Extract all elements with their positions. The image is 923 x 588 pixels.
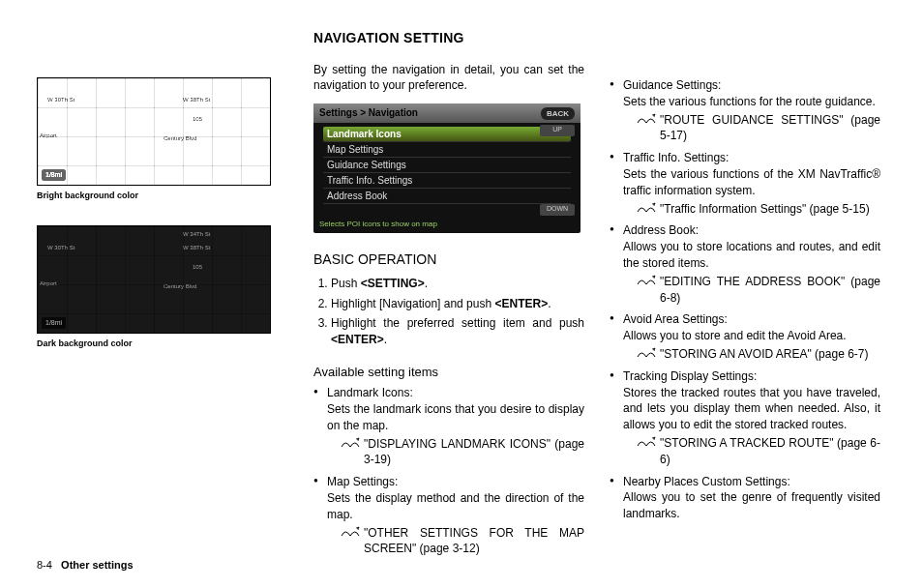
street-label: Airport [40, 132, 57, 139]
reference-text: "OTHER SETTINGS FOR THE MAP SCREEN" (pag… [364, 525, 584, 558]
reference-icon [637, 435, 656, 449]
reference-text: "STORING AN AVOID AREA" (page 6-7) [660, 346, 880, 363]
map-scale: 1/8mi [42, 169, 66, 181]
street-label: W 30Th St [47, 244, 74, 251]
reference-text: "DISPLAYING LANDMARK ICONS" (page 3-19) [364, 436, 584, 469]
street-label: W 34Th St [183, 230, 210, 238]
reference-icon [341, 526, 360, 538]
reference-icon [341, 525, 360, 539]
item-name: Map Settings: [327, 474, 584, 490]
setting-item: Address Book:Allows you to store locatio… [610, 222, 880, 306]
footer-section: Other settings [61, 559, 134, 571]
street-label: Airport [40, 279, 57, 287]
item-reference: "Traffic Information Settings" (page 5-1… [623, 201, 880, 218]
item-name: Landmark Icons: [327, 385, 584, 401]
item-name: Avoid Area Settings: [623, 311, 880, 328]
setting-item: Landmark Icons:Sets the landmark icons t… [313, 385, 584, 468]
item-reference: "ROUTE GUIDANCE SETTINGS" (page 5-17) [623, 112, 880, 145]
map-scale: 1/8mi [42, 317, 66, 329]
map-bright-figure: W 30Th St W 38Th St Airport Century Blvd… [37, 77, 271, 186]
street-label: Century Blvd [164, 282, 196, 290]
setting-item: Traffic Info. Settings:Sets the various … [610, 150, 880, 217]
step: Highlight the preferred setting item and… [331, 315, 584, 348]
screenshot-title: Settings > Navigation [319, 106, 418, 120]
item-name: Nearby Places Custom Settings: [623, 474, 880, 490]
reference-icon [637, 274, 656, 287]
steps-list: Push <SETTING>. Highlight [Navigation] a… [313, 276, 584, 352]
item-reference: "STORING AN AVOID AREA" (page 6-7) [623, 346, 880, 363]
hint-text: Selects POI icons to show on map [319, 219, 437, 229]
page-footer: 8-4 Other settings [37, 558, 134, 573]
item-name: Address Book: [623, 222, 880, 239]
reference-icon [637, 201, 656, 215]
menu-item: Landmark Icons [323, 127, 571, 142]
step: Highlight [Navigation] and push <ENTER>. [331, 296, 584, 312]
item-reference: "OTHER SETTINGS FOR THE MAP SCREEN" (pag… [327, 525, 584, 558]
reference-icon [341, 437, 360, 449]
step: Push <SETTING>. [331, 276, 584, 292]
item-desc: Sets the various functions for the route… [623, 94, 880, 110]
map-dark-figure: W 30Th St W 38Th St W 34Th St Airport Ce… [37, 225, 271, 334]
reference-icon [341, 436, 360, 450]
street-label: 105 [193, 263, 202, 271]
intro-text: By setting the navigation in detail, you… [313, 62, 584, 95]
reference-icon [637, 347, 656, 359]
reference-text: "Traffic Information Settings" (page 5-1… [660, 201, 880, 218]
street-label: Century Blvd [164, 134, 196, 142]
menu-item: Guidance Settings [323, 158, 571, 173]
reference-text: "EDITING THE ADDRESS BOOK" (page 6-8) [660, 274, 880, 307]
reference-text: "ROUTE GUIDANCE SETTINGS" (page 5-17) [660, 112, 880, 145]
item-desc: Allows you to store and edit the Avoid A… [623, 328, 880, 344]
street-label: W 38Th St [183, 244, 210, 251]
street-label: 105 [193, 115, 202, 123]
main-heading: NAVIGATION SETTING [313, 29, 584, 48]
menu-item: Traffic Info. Settings [323, 173, 571, 189]
page-number: 8-4 [37, 559, 52, 571]
item-desc: Sets the display method and the directio… [327, 490, 584, 523]
right-items-list: Guidance Settings:Sets the various funct… [610, 77, 880, 528]
back-button: BACK [541, 107, 575, 120]
item-reference: "EDITING THE ADDRESS BOOK" (page 6-8) [623, 274, 880, 307]
reference-icon [637, 202, 656, 214]
reference-icon [637, 275, 656, 286]
reference-icon [637, 346, 656, 360]
item-desc: Stores the tracked routes that you have … [623, 385, 880, 433]
reference-icon [637, 436, 656, 448]
item-name: Guidance Settings: [623, 77, 880, 94]
basic-operation-heading: BASIC OPERATION [313, 250, 584, 270]
reference-text: "STORING A TRACKED ROUTE" (page 6-6) [660, 435, 880, 468]
mid-items-list: Landmark Icons:Sets the landmark icons t… [313, 385, 584, 563]
setting-item: Avoid Area Settings:Allows you to store … [610, 311, 880, 362]
nav-settings-screenshot: Settings > Navigation BACK UP Landmark I… [313, 103, 581, 233]
street-label: W 30Th St [47, 96, 74, 103]
setting-item: Nearby Places Custom Settings:Allows you… [610, 474, 880, 522]
dark-caption: Dark background color [37, 338, 288, 350]
item-desc: Allows you to store locations and routes… [623, 239, 880, 272]
item-desc: Sets the various functions of the XM Nav… [623, 166, 880, 199]
bright-caption: Bright background color [37, 190, 288, 202]
menu-item: Map Settings [323, 142, 571, 158]
setting-item: Tracking Display Settings:Stores the tra… [610, 368, 880, 468]
up-button: UP [540, 125, 575, 136]
item-name: Traffic Info. Settings: [623, 150, 880, 166]
street-label: W 38Th St [183, 96, 210, 103]
item-reference: "DISPLAYING LANDMARK ICONS" (page 3-19) [327, 436, 584, 469]
menu-item: Address Book [323, 189, 571, 204]
reference-icon [637, 112, 656, 126]
item-reference: "STORING A TRACKED ROUTE" (page 6-6) [623, 435, 880, 468]
item-desc: Sets the landmark icons that you desire … [327, 401, 584, 434]
setting-item: Map Settings:Sets the display method and… [313, 474, 584, 557]
down-button: DOWN [540, 204, 575, 216]
available-items-heading: Available setting items [313, 364, 584, 381]
item-name: Tracking Display Settings: [623, 368, 880, 385]
setting-item: Guidance Settings:Sets the various funct… [610, 77, 880, 144]
item-desc: Allows you to set the genre of frequentl… [623, 489, 880, 522]
reference-icon [637, 113, 656, 125]
